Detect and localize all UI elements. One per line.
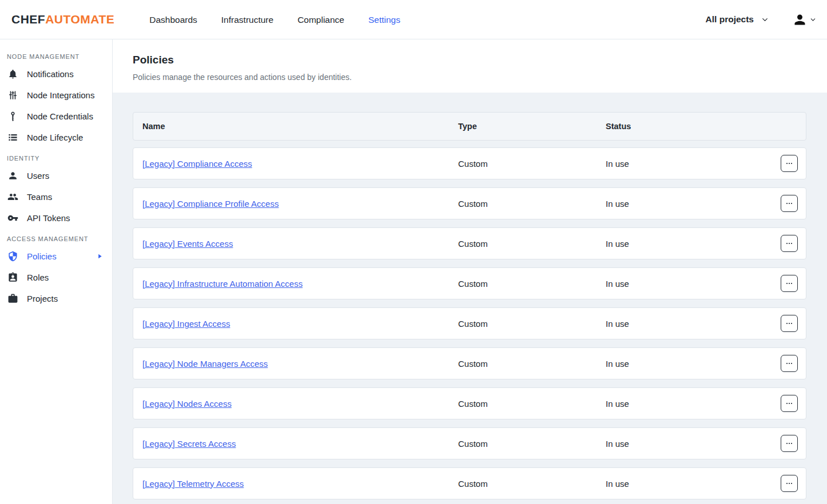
person-icon (792, 12, 808, 27)
sliders-icon (7, 90, 18, 101)
table-header-row: Name Type Status (133, 112, 806, 141)
policy-name-link[interactable]: [Legacy] Telemetry Access (142, 479, 244, 489)
sidebar-item-label: Node Lifecycle (27, 133, 83, 142)
policy-name-link[interactable]: [Legacy] Nodes Access (142, 399, 232, 409)
sidebar-item-label: Node Integrations (27, 90, 94, 100)
sidebar-item-label: Roles (27, 273, 49, 282)
policy-name-link[interactable]: [Legacy] Node Managers Access (142, 359, 268, 369)
person-icon (7, 170, 18, 182)
page-description: Policies manage the resources and action… (133, 73, 806, 82)
sidebar-item-api-tokens[interactable]: API Tokens (0, 207, 112, 229)
policy-type-cell: Custom (458, 319, 606, 329)
policy-status-cell: In use (606, 399, 770, 409)
ellipsis-icon (785, 399, 794, 408)
sidebar-item-label: Policies (27, 251, 57, 261)
sidebar-item-node-integrations[interactable]: Node Integrations (0, 85, 112, 106)
sidebar-item-notifications[interactable]: Notifications (0, 63, 112, 85)
policies-content: Name Type Status [Legacy] Compliance Acc… (113, 93, 827, 504)
row-menu-button[interactable] (781, 275, 798, 292)
policy-name-link[interactable]: [Legacy] Ingest Access (142, 319, 230, 329)
ellipsis-icon (785, 279, 794, 288)
table-row: [Legacy] Compliance AccessCustomIn use (133, 147, 806, 179)
table-row: [Legacy] Compliance Profile AccessCustom… (133, 187, 806, 219)
ellipsis-icon (785, 359, 794, 368)
policy-status-cell: In use (606, 319, 770, 329)
list-icon (7, 132, 18, 143)
main-content: Policies Policies manage the resources a… (113, 39, 827, 504)
row-menu-button[interactable] (781, 475, 798, 492)
settings-sidebar: NODE MANAGEMENTNotificationsNode Integra… (0, 39, 113, 504)
triangle-right-icon (97, 253, 103, 259)
policy-name-link[interactable]: [Legacy] Secrets Access (142, 439, 236, 449)
policy-status-cell: In use (606, 159, 770, 169)
column-header-status: Status (606, 122, 770, 131)
row-menu-button[interactable] (781, 235, 798, 252)
bell-icon (7, 69, 18, 80)
sidebar-section-title-identity: IDENTITY (0, 155, 112, 162)
sidebar-item-roles[interactable]: Roles (0, 267, 112, 288)
user-menu[interactable] (792, 12, 817, 27)
sidebar-item-label: Projects (27, 294, 58, 303)
projects-filter-label: All projects (706, 14, 754, 25)
policy-status-cell: In use (606, 239, 770, 249)
sidebar-item-label: Users (27, 171, 49, 181)
row-menu-button[interactable] (781, 315, 798, 332)
table-row: [Legacy] Telemetry AccessCustomIn use (133, 467, 806, 499)
policy-type-cell: Custom (458, 359, 606, 369)
key-icon (7, 213, 18, 224)
policy-name-link[interactable]: [Legacy] Compliance Access (142, 159, 252, 169)
policy-type-cell: Custom (458, 279, 606, 289)
app-shell: NODE MANAGEMENTNotificationsNode Integra… (0, 39, 827, 504)
top-right-controls: All projects (706, 12, 817, 27)
policy-status-cell: In use (606, 359, 770, 369)
policy-type-cell: Custom (458, 199, 606, 209)
nav-item-dashboards[interactable]: Dashboards (137, 0, 209, 39)
policy-name-link[interactable]: [Legacy] Infrastructure Automation Acces… (142, 279, 303, 289)
sidebar-item-label: Notifications (27, 69, 74, 79)
row-menu-button[interactable] (781, 195, 798, 212)
sidebar-item-policies[interactable]: Policies (0, 246, 112, 267)
policy-status-cell: In use (606, 439, 770, 449)
sidebar-item-node-lifecycle[interactable]: Node Lifecycle (0, 127, 112, 148)
row-menu-button[interactable] (781, 395, 798, 412)
chevron-down-icon (761, 15, 769, 24)
sidebar-item-teams[interactable]: Teams (0, 186, 112, 207)
table-row: [Legacy] Events AccessCustomIn use (133, 227, 806, 259)
table-row: [Legacy] Ingest AccessCustomIn use (133, 307, 806, 339)
sidebar-section-title-access-management: ACCESS MANAGEMENT (0, 235, 112, 242)
nav-item-settings[interactable]: Settings (356, 0, 412, 39)
ellipsis-icon (785, 319, 794, 328)
table-row: [Legacy] Nodes AccessCustomIn use (133, 387, 806, 419)
sidebar-item-node-credentials[interactable]: Node Credentials (0, 106, 112, 127)
policy-name-link[interactable]: [Legacy] Events Access (142, 239, 233, 249)
policy-type-cell: Custom (458, 439, 606, 449)
brand-logo[interactable]: CHEFAUTOMATE (11, 13, 114, 26)
policy-status-cell: In use (606, 479, 770, 489)
projects-filter-dropdown[interactable]: All projects (706, 14, 769, 25)
briefcase-icon (7, 293, 18, 305)
policy-type-cell: Custom (458, 479, 606, 489)
policy-type-cell: Custom (458, 239, 606, 249)
sidebar-item-label: Node Credentials (27, 111, 93, 121)
table-row: [Legacy] Node Managers AccessCustomIn us… (133, 347, 806, 379)
ellipsis-icon (785, 159, 794, 168)
row-menu-button[interactable] (781, 435, 798, 452)
policy-status-cell: In use (606, 199, 770, 209)
sidebar-item-label: Teams (27, 192, 52, 202)
key-vertical-icon (7, 111, 18, 122)
main-nav: DashboardsInfrastructureComplianceSettin… (137, 0, 412, 39)
sidebar-item-projects[interactable]: Projects (0, 288, 112, 309)
ellipsis-icon (785, 199, 794, 208)
nav-item-infrastructure[interactable]: Infrastructure (209, 0, 285, 39)
sidebar-item-users[interactable]: Users (0, 165, 112, 186)
policies-table-body: [Legacy] Compliance AccessCustomIn use[L… (133, 147, 806, 499)
row-menu-button[interactable] (781, 355, 798, 372)
policy-type-cell: Custom (458, 399, 606, 409)
brand-logo-chef: CHEF (11, 13, 45, 26)
chevron-down-icon (809, 16, 817, 23)
ellipsis-icon (785, 479, 794, 488)
policy-name-link[interactable]: [Legacy] Compliance Profile Access (142, 199, 279, 209)
nav-item-compliance[interactable]: Compliance (285, 0, 356, 39)
shield-icon (7, 251, 18, 262)
row-menu-button[interactable] (781, 155, 798, 172)
